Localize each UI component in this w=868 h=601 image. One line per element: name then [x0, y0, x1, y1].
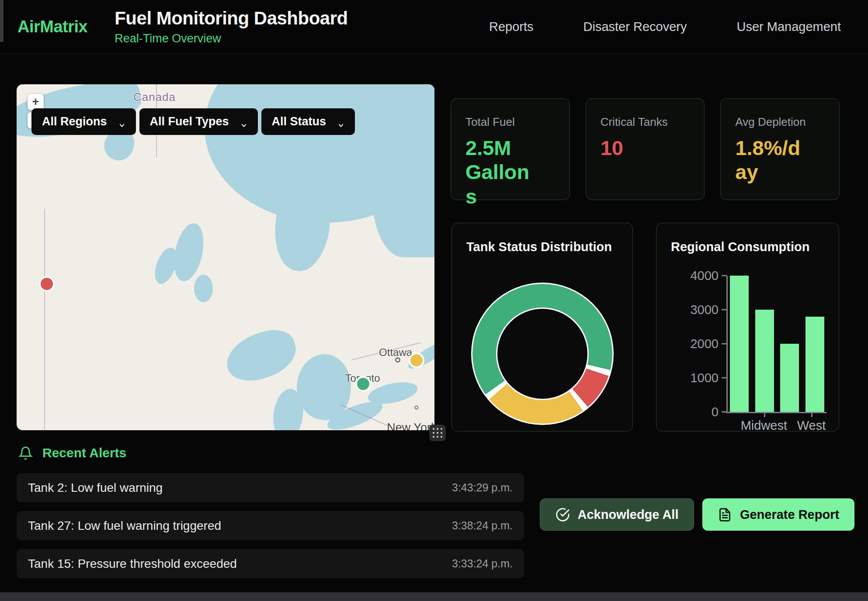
map-label-canada: Canada — [133, 90, 176, 104]
regional-consumption-title: Regional Consumption — [671, 240, 809, 254]
check-circle-icon — [556, 508, 570, 522]
bar[interactable] — [780, 344, 799, 412]
regional-consumption-card: Regional Consumption 01000200030004000 M… — [656, 223, 839, 432]
x-tick-label: West — [797, 418, 826, 433]
alert-time: 3:43:29 p.m. — [452, 481, 513, 494]
stat-card-total-fuel: Total Fuel 2.5M Gallons — [451, 98, 570, 200]
generate-report-label: Generate Report — [740, 508, 839, 522]
stat-cards: Total Fuel 2.5M Gallons Critical Tanks 1… — [451, 98, 840, 200]
filter-status-label: All Status — [272, 115, 326, 128]
page-subtitle: Real-Time Overview — [115, 32, 347, 45]
tank-marker-warning[interactable] — [409, 352, 424, 368]
chevron-down-icon — [118, 118, 125, 125]
alert-message: Tank 15: Pressure threshold exceeded — [28, 557, 237, 571]
filter-regions-dropdown[interactable]: All Regions — [31, 108, 136, 135]
y-tick-label: 0 — [712, 405, 726, 419]
water-hudson-bay-east — [372, 84, 434, 257]
window-edge — [0, 0, 3, 42]
bar[interactable] — [730, 276, 749, 412]
alert-time: 3:33:24 p.m. — [452, 557, 513, 570]
page-title: Fuel Monitoring Dashboard — [115, 8, 347, 29]
donut-hole — [496, 307, 589, 400]
town-dot — [414, 405, 418, 409]
top-nav: Reports Disaster Recovery User Managemen… — [489, 20, 841, 34]
filter-fuel-types-label: All Fuel Types — [150, 115, 229, 128]
acknowledge-all-button[interactable]: Acknowledge All — [540, 498, 694, 531]
alert-row[interactable]: Tank 2: Low fuel warning 3:43:29 p.m. — [17, 473, 524, 502]
bar[interactable] — [755, 310, 774, 412]
filter-fuel-types-dropdown[interactable]: All Fuel Types — [139, 108, 258, 135]
acknowledge-all-label: Acknowledge All — [578, 508, 679, 522]
tank-marker-critical[interactable] — [39, 276, 55, 292]
tank-marker-normal[interactable] — [355, 376, 371, 392]
filter-regions-label: All Regions — [42, 115, 107, 128]
bar[interactable] — [806, 317, 824, 412]
water-lake-superior — [221, 325, 302, 387]
y-tick-label: 2000 — [690, 337, 726, 351]
nav-item-reports[interactable]: Reports — [489, 20, 534, 34]
x-tick: Midwest — [754, 413, 773, 433]
filter-status-dropdown[interactable]: All Status — [261, 108, 355, 135]
recent-alerts-header: Recent Alerts — [18, 446, 126, 460]
generate-report-button[interactable]: Generate Report — [702, 498, 854, 531]
tank-status-card: Tank Status Distribution — [451, 223, 633, 432]
bar-yaxis: 01000200030004000 — [660, 276, 726, 412]
nav-item-disaster-recovery[interactable]: Disaster Recovery — [583, 20, 687, 34]
alert-message: Tank 2: Low fuel warning — [28, 481, 163, 495]
nav-item-user-management[interactable]: User Management — [736, 20, 841, 34]
x-tick: West — [802, 413, 821, 433]
bell-icon — [18, 446, 33, 460]
x-tick — [778, 413, 797, 433]
stat-label: Critical Tanks — [601, 115, 705, 129]
alert-time: 3:38:24 p.m. — [452, 519, 513, 532]
ottawa-town-dot — [395, 357, 400, 363]
bar-xlabels: MidwestWest — [729, 413, 823, 433]
tank-status-donut[interactable] — [471, 283, 614, 425]
tank-status-title: Tank Status Distribution — [466, 240, 612, 254]
y-tick-label: 3000 — [690, 303, 726, 317]
map[interactable]: Canada Ottawa Toronto New York + − All R… — [17, 84, 434, 430]
app-logo: AirMatrix — [17, 17, 87, 36]
alert-row[interactable]: Tank 27: Low fuel warning triggered 3:38… — [17, 511, 524, 540]
map-zoom-in-button[interactable]: + — [28, 94, 44, 110]
alert-row[interactable]: Tank 15: Pressure threshold exceeded 3:3… — [17, 549, 524, 578]
stat-label: Total Fuel — [465, 115, 569, 129]
stat-card-critical-tanks: Critical Tanks 10 — [586, 98, 705, 200]
stat-value: 10 — [601, 136, 675, 160]
map-boundary-line — [44, 209, 45, 430]
chevron-down-icon — [240, 118, 247, 125]
stat-card-avg-depletion: Avg Depletion 1.8%/day — [720, 98, 840, 200]
title-block: Fuel Monitoring Dashboard Real-Time Over… — [115, 8, 347, 45]
stat-value: 2.5M Gallons — [465, 136, 540, 208]
bar-plot[interactable] — [726, 276, 826, 413]
map-label-ottawa: Ottawa — [379, 346, 412, 359]
chevron-down-icon — [337, 118, 344, 125]
recent-alerts-title: Recent Alerts — [42, 446, 126, 460]
alert-message: Tank 27: Low fuel warning triggered — [28, 519, 221, 533]
stat-value: 1.8%/day — [735, 136, 809, 184]
header: AirMatrix Fuel Monitoring Dashboard Real… — [0, 0, 868, 54]
window-bottom-bar — [0, 592, 868, 601]
file-text-icon — [718, 508, 732, 522]
alert-list: Tank 2: Low fuel warning 3:43:29 p.m. Ta… — [17, 473, 524, 578]
map-label-new-york: New York — [387, 421, 434, 430]
y-tick-label: 4000 — [690, 269, 726, 283]
drag-handle-icon[interactable] — [429, 425, 446, 441]
water-lake — [194, 275, 213, 302]
y-tick-label: 1000 — [690, 371, 726, 385]
stat-label: Avg Depletion — [735, 115, 839, 129]
map-filters: All Regions All Fuel Types All Status — [31, 108, 355, 135]
